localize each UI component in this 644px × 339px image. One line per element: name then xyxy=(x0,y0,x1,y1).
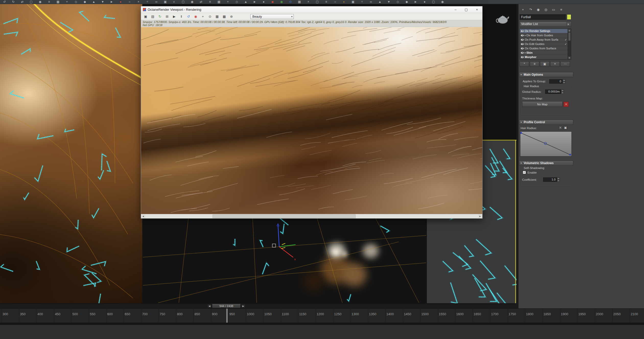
main-toolbar-icon[interactable]: ◐ xyxy=(341,0,347,4)
scrollbar-thumb[interactable] xyxy=(213,214,356,218)
modifier-stack-item[interactable]: Ox Guides from Surface xyxy=(520,46,568,51)
visibility-eye-icon[interactable] xyxy=(521,39,524,41)
main-toolbar-icon[interactable]: ► xyxy=(251,0,258,4)
visibility-eye-icon[interactable] xyxy=(521,48,524,49)
visibility-eye-icon[interactable] xyxy=(521,56,524,58)
spin-down-icon[interactable]: ▼ xyxy=(557,180,560,182)
modifier-stack-item[interactable]: Morpher xyxy=(520,55,568,59)
octane-titlebar[interactable]: OctaneRender Viewport - Rendering – ▢ × xyxy=(141,6,482,13)
curve-delete-icon[interactable]: × xyxy=(558,126,562,130)
stop-render-icon[interactable]: ◉ xyxy=(193,14,198,19)
sync-icon[interactable]: ↺ xyxy=(186,14,191,19)
main-toolbar-icon[interactable]: ↺ xyxy=(1,0,8,4)
main-toolbar-icon[interactable]: ◇ xyxy=(394,0,401,4)
main-toolbar-icon[interactable]: ▲ xyxy=(377,0,383,4)
curve-expand-icon[interactable]: ▣ xyxy=(564,126,567,130)
configure-modifier-sets-button[interactable]: ⋯ xyxy=(560,61,570,67)
visibility-eye-icon[interactable] xyxy=(521,30,524,32)
main-toolbar-icon[interactable]: ≡ xyxy=(46,0,52,4)
modifier-stack-item[interactable]: ▸Ox Hair from Guides xyxy=(520,33,568,38)
global-radius-spinner[interactable]: 0.0003m ▲▼ xyxy=(545,89,564,94)
main-toolbar-icon[interactable]: ◇ xyxy=(233,0,240,4)
save-image-icon[interactable]: ▣ xyxy=(143,14,148,19)
film-region-icon[interactable]: ▦ xyxy=(215,14,220,19)
main-toolbar-icon[interactable]: ≡ xyxy=(323,0,330,4)
create-tab[interactable]: + xyxy=(520,7,526,12)
profile-curve-editor[interactable] xyxy=(520,131,572,156)
applies-to-group-spinner[interactable]: 0 ▲▼ xyxy=(549,79,566,84)
next-frame-arrow[interactable]: ▶ xyxy=(241,304,245,308)
coefficient-spinner[interactable]: 1.0 ▲▼ xyxy=(543,177,560,182)
main-toolbar-icon[interactable]: ◉ xyxy=(439,0,446,4)
modifier-stack-item[interactable]: Ox Push Away from Surfa✓ xyxy=(520,38,568,42)
main-toolbar-icon[interactable]: ◆ xyxy=(81,0,88,4)
main-toolbar-icon[interactable]: ▦ xyxy=(55,0,61,4)
remove-modifier-button[interactable]: × xyxy=(550,61,560,67)
stack-scrollbar[interactable]: ▲ ▼ xyxy=(568,29,571,59)
display-tab[interactable]: ▭ xyxy=(550,7,557,12)
main-toolbar-icon[interactable]: + xyxy=(64,0,70,4)
main-toolbar-icon[interactable]: ◉ xyxy=(278,0,285,4)
main-toolbar-icon[interactable]: ◆ xyxy=(403,0,410,4)
main-toolbar-icon[interactable]: ▣ xyxy=(350,0,356,4)
object-color-swatch[interactable] xyxy=(567,14,571,20)
scroll-down-icon[interactable]: ▼ xyxy=(568,56,571,59)
render-pass-dropdown[interactable]: Beauty ▾ xyxy=(250,14,294,19)
time-slider[interactable]: 944 / 2438 xyxy=(212,304,241,308)
main-toolbar-icon[interactable]: × xyxy=(305,0,312,4)
main-toolbar-icon[interactable]: ↻ xyxy=(10,0,17,4)
octane-render-window[interactable]: OctaneRender Viewport - Rendering – ▢ × … xyxy=(141,6,483,219)
motion-tab[interactable]: ◎ xyxy=(543,7,549,12)
main-toolbar-icon[interactable]: ⇄ xyxy=(198,0,204,4)
minimize-button[interactable]: – xyxy=(450,6,461,13)
spin-up-icon[interactable]: ▲ xyxy=(557,177,560,180)
main-toolbar-icon[interactable]: ● xyxy=(117,0,124,4)
octane-horizontal-scrollbar[interactable]: ◄ ► xyxy=(141,214,482,218)
spin-down-icon[interactable]: ▼ xyxy=(563,82,566,84)
pause-render-icon[interactable]: ‖ xyxy=(179,14,184,19)
utilities-tab[interactable]: ≡ xyxy=(558,7,565,12)
modify-tab[interactable]: ↷ xyxy=(527,7,534,12)
main-toolbar-icon[interactable]: ▲ xyxy=(90,0,97,4)
visibility-eye-icon[interactable] xyxy=(521,35,524,36)
main-toolbar-icon[interactable]: ◉ xyxy=(189,0,195,4)
show-end-result-button[interactable]: ≡ xyxy=(530,61,539,67)
main-toolbar-icon[interactable]: ● xyxy=(421,0,428,4)
current-frame-marker[interactable] xyxy=(226,309,228,323)
main-toolbar-icon[interactable]: ○ xyxy=(332,0,338,4)
timeline-ruler[interactable]: 3003504004505005506006507007508008509009… xyxy=(0,308,644,323)
focus-picker-icon[interactable]: ⊙ xyxy=(207,14,213,19)
scrollbar-thumb[interactable] xyxy=(568,32,571,41)
make-unique-button[interactable]: ▣ xyxy=(540,61,549,67)
rollout-main-options[interactable]: ▾ Main Options xyxy=(519,72,573,77)
maximize-button[interactable]: ▢ xyxy=(461,6,472,13)
expand-arrow-icon[interactable]: ▸ xyxy=(525,51,526,54)
main-toolbar-icon[interactable]: ▦ xyxy=(216,0,222,4)
main-toolbar-icon[interactable]: + xyxy=(225,0,231,4)
spin-up-icon[interactable]: ▲ xyxy=(563,79,566,82)
main-toolbar-icon[interactable]: ○ xyxy=(126,0,133,4)
picker-icon[interactable]: + xyxy=(200,14,205,19)
scroll-left-icon[interactable]: ◄ xyxy=(141,214,145,218)
main-toolbar-icon[interactable]: ◇ xyxy=(73,0,79,4)
spin-up-icon[interactable]: ▲ xyxy=(561,89,564,92)
modifier-stack-item[interactable]: ▸Skin xyxy=(520,51,568,55)
main-toolbar-icon[interactable]: ≡ xyxy=(207,0,213,4)
main-toolbar-icon[interactable]: ⇄ xyxy=(19,0,26,4)
clay-mode-icon[interactable]: ▩ xyxy=(222,14,227,19)
hierarchy-tab[interactable]: ◉ xyxy=(535,7,542,12)
visibility-eye-icon[interactable] xyxy=(521,52,524,54)
main-toolbar-icon[interactable]: ◉ xyxy=(37,0,43,4)
main-toolbar-icon[interactable]: ► xyxy=(108,0,115,4)
rollout-volumetric-shadows[interactable]: ▾ Volumetric Shadows xyxy=(519,161,573,166)
visibility-eye-icon[interactable] xyxy=(521,43,524,45)
main-toolbar-icon[interactable]: ▼ xyxy=(99,0,106,4)
previous-frame-arrow[interactable]: ◀ xyxy=(207,304,212,308)
main-toolbar-icon[interactable]: ▢ xyxy=(314,0,321,4)
main-toolbar-icon[interactable]: ▢ xyxy=(28,0,34,4)
main-toolbar-icon[interactable]: ▢ xyxy=(430,0,437,4)
modifier-stack-item[interactable]: Ox Edit Guides✓ xyxy=(520,42,568,46)
expand-arrow-icon[interactable]: ▸ xyxy=(525,34,526,37)
pin-stack-button[interactable]: * xyxy=(520,61,529,67)
main-toolbar-icon[interactable]: ▼ xyxy=(385,0,392,4)
